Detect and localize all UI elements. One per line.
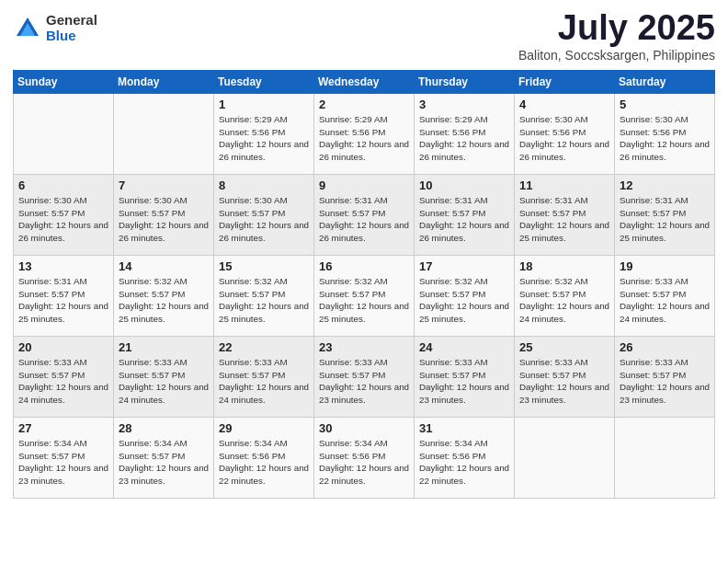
day-info: Sunrise: 5:29 AMSunset: 5:56 PMDaylight:… [219,113,310,164]
sunrise-text: Sunrise: 5:33 AM [119,357,188,367]
day-number: 20 [18,340,109,354]
table-row: 25Sunrise: 5:33 AMSunset: 5:57 PMDayligh… [515,336,615,417]
sunset-text: Sunset: 5:56 PM [419,127,485,137]
day-info: Sunrise: 5:32 AMSunset: 5:57 PMDaylight:… [219,275,310,326]
daylight-text: Daylight: 12 hours and 23 minutes. [18,463,108,486]
day-number: 17 [419,259,510,273]
col-monday: Monday [114,70,214,93]
day-number: 3 [419,98,510,111]
sunset-text: Sunset: 5:56 PM [419,451,485,461]
sunrise-text: Sunrise: 5:34 AM [219,438,288,448]
day-number: 25 [519,340,610,354]
table-row: 9Sunrise: 5:31 AMSunset: 5:57 PMDaylight… [314,174,415,255]
daylight-text: Daylight: 12 hours and 26 minutes. [519,139,609,162]
day-info: Sunrise: 5:33 AMSunset: 5:57 PMDaylight:… [620,356,711,407]
sunset-text: Sunset: 5:57 PM [519,370,586,380]
daylight-text: Daylight: 12 hours and 26 minutes. [219,220,309,243]
table-row: 24Sunrise: 5:33 AMSunset: 5:57 PMDayligh… [415,336,515,417]
sunrise-text: Sunrise: 5:33 AM [620,276,688,286]
table-row: 22Sunrise: 5:33 AMSunset: 5:57 PMDayligh… [214,336,314,417]
daylight-text: Daylight: 12 hours and 22 minutes. [219,463,309,486]
day-number: 29 [219,421,310,435]
sunrise-text: Sunrise: 5:32 AM [219,276,288,286]
calendar-body: 1Sunrise: 5:29 AMSunset: 5:56 PMDaylight… [14,93,715,498]
sunset-text: Sunset: 5:56 PM [219,127,285,137]
day-number: 10 [419,178,510,192]
sunrise-text: Sunrise: 5:32 AM [419,276,488,286]
sunset-text: Sunset: 5:57 PM [620,208,686,218]
day-info: Sunrise: 5:30 AMSunset: 5:57 PMDaylight:… [119,194,210,245]
sunset-text: Sunset: 5:57 PM [620,370,686,380]
day-number: 28 [119,421,210,435]
location-subtitle: Baliton, Soccsksargen, Philippines [518,48,715,63]
daylight-text: Daylight: 12 hours and 23 minutes. [119,463,209,486]
table-row: 1Sunrise: 5:29 AMSunset: 5:56 PMDaylight… [214,93,314,174]
table-row: 26Sunrise: 5:33 AMSunset: 5:57 PMDayligh… [615,336,715,417]
day-number: 9 [319,178,410,192]
sunrise-text: Sunrise: 5:31 AM [620,195,688,205]
day-number: 22 [219,340,310,354]
day-number: 24 [419,340,510,354]
sunrise-text: Sunrise: 5:32 AM [519,276,588,286]
daylight-text: Daylight: 12 hours and 25 minutes. [419,301,509,324]
sunrise-text: Sunrise: 5:30 AM [119,195,188,205]
logo: General Blue [13,13,97,43]
table-row: 7Sunrise: 5:30 AMSunset: 5:57 PMDaylight… [114,174,214,255]
sunset-text: Sunset: 5:57 PM [219,370,285,380]
col-saturday: Saturday [615,70,715,93]
sunrise-text: Sunrise: 5:32 AM [319,276,388,286]
sunrise-text: Sunrise: 5:34 AM [18,438,87,448]
day-number: 23 [319,340,410,354]
sunrise-text: Sunrise: 5:30 AM [519,114,588,124]
day-info: Sunrise: 5:32 AMSunset: 5:57 PMDaylight:… [319,275,410,326]
day-number: 5 [620,98,711,111]
daylight-text: Daylight: 12 hours and 26 minutes. [219,139,309,162]
sunset-text: Sunset: 5:57 PM [219,208,285,218]
daylight-text: Daylight: 12 hours and 26 minutes. [419,139,509,162]
table-row: 8Sunrise: 5:30 AMSunset: 5:57 PMDaylight… [214,174,314,255]
daylight-text: Daylight: 12 hours and 23 minutes. [419,382,509,405]
day-number: 6 [18,178,109,192]
logo-blue-text: Blue [46,29,97,44]
table-row: 30Sunrise: 5:34 AMSunset: 5:56 PMDayligh… [314,417,415,498]
sunrise-text: Sunrise: 5:31 AM [519,195,588,205]
sunset-text: Sunset: 5:57 PM [119,208,185,218]
sunset-text: Sunset: 5:56 PM [519,127,586,137]
sunset-text: Sunset: 5:57 PM [119,451,185,461]
sunrise-text: Sunrise: 5:29 AM [219,114,288,124]
logo-text: General Blue [46,13,97,43]
sunset-text: Sunset: 5:57 PM [18,451,85,461]
sunrise-text: Sunrise: 5:29 AM [319,114,388,124]
table-row: 31Sunrise: 5:34 AMSunset: 5:56 PMDayligh… [415,417,515,498]
day-info: Sunrise: 5:33 AMSunset: 5:57 PMDaylight:… [18,356,109,407]
month-title: July 2025 [518,9,715,48]
sunset-text: Sunset: 5:57 PM [219,289,285,299]
day-info: Sunrise: 5:33 AMSunset: 5:57 PMDaylight:… [119,356,210,407]
sunrise-text: Sunrise: 5:34 AM [419,438,488,448]
calendar-week-row: 27Sunrise: 5:34 AMSunset: 5:57 PMDayligh… [14,417,715,498]
day-number: 21 [119,340,210,354]
daylight-text: Daylight: 12 hours and 24 minutes. [219,382,309,405]
daylight-text: Daylight: 12 hours and 24 minutes. [620,301,710,324]
col-wednesday: Wednesday [314,70,415,93]
logo-icon [13,14,42,43]
day-number: 18 [519,259,610,273]
day-info: Sunrise: 5:32 AMSunset: 5:57 PMDaylight:… [519,275,610,326]
day-number: 4 [519,98,610,111]
sunset-text: Sunset: 5:57 PM [119,289,185,299]
day-info: Sunrise: 5:31 AMSunset: 5:57 PMDaylight:… [319,194,410,245]
sunrise-text: Sunrise: 5:33 AM [319,357,388,367]
daylight-text: Daylight: 12 hours and 23 minutes. [620,382,710,405]
day-info: Sunrise: 5:30 AMSunset: 5:56 PMDaylight:… [620,113,711,164]
sunset-text: Sunset: 5:57 PM [620,289,686,299]
calendar-header: Sunday Monday Tuesday Wednesday Thursday… [14,70,715,93]
sunrise-text: Sunrise: 5:33 AM [519,357,588,367]
daylight-text: Daylight: 12 hours and 25 minutes. [119,301,209,324]
day-info: Sunrise: 5:33 AMSunset: 5:57 PMDaylight:… [319,356,410,407]
day-info: Sunrise: 5:30 AMSunset: 5:57 PMDaylight:… [18,194,109,245]
day-number: 1 [219,98,310,111]
day-number: 15 [219,259,310,273]
sunset-text: Sunset: 5:57 PM [319,370,385,380]
daylight-text: Daylight: 12 hours and 24 minutes. [519,301,609,324]
table-row: 20Sunrise: 5:33 AMSunset: 5:57 PMDayligh… [14,336,114,417]
